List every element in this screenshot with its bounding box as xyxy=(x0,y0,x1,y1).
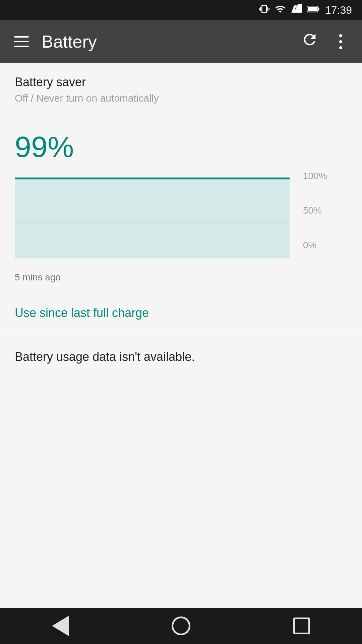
svg-marker-11 xyxy=(15,178,290,258)
hamburger-line-1 xyxy=(14,36,29,38)
svg-rect-3 xyxy=(296,7,298,12)
svg-rect-1 xyxy=(292,11,293,12)
dot-1 xyxy=(339,34,342,37)
svg-rect-7 xyxy=(308,7,317,11)
nav-home-button[interactable] xyxy=(164,609,198,643)
refresh-button[interactable] xyxy=(298,30,322,54)
battery-saver-title: Battery saver xyxy=(15,75,347,89)
chart-label-100: 100% xyxy=(303,171,327,181)
nav-recents-button[interactable] xyxy=(285,609,318,643)
back-icon xyxy=(52,616,69,636)
chart-label-0: 0% xyxy=(303,240,327,251)
menu-button[interactable] xyxy=(9,30,34,54)
use-since-link[interactable]: Use since last full charge xyxy=(15,306,347,320)
status-time: 17:39 xyxy=(325,4,352,16)
battery-percentage: 99% xyxy=(15,130,347,164)
nav-back-button[interactable] xyxy=(44,609,77,643)
svg-rect-4 xyxy=(299,5,300,12)
app-bar: Battery xyxy=(0,20,362,63)
dot-3 xyxy=(339,46,342,49)
more-options-button[interactable] xyxy=(328,30,353,54)
battery-chart-svg xyxy=(15,171,296,268)
battery-status-icon xyxy=(307,4,320,17)
vibrate-icon xyxy=(259,4,269,17)
status-bar: 17:39 xyxy=(0,0,362,20)
battery-saver-section[interactable]: Battery saver Off / Never turn on automa… xyxy=(0,63,362,116)
nav-bar xyxy=(0,608,362,644)
page-title: Battery xyxy=(42,32,298,52)
battery-saver-subtitle: Off / Never turn on automatically xyxy=(15,93,347,104)
svg-rect-2 xyxy=(294,9,295,13)
refresh-icon xyxy=(301,31,318,52)
content-area: Battery saver Off / Never turn on automa… xyxy=(0,63,362,644)
empty-space xyxy=(0,379,362,644)
battery-chart: 100% 50% 0% xyxy=(0,164,362,268)
home-icon xyxy=(172,616,190,635)
battery-usage-text: Battery usage data isn't available. xyxy=(15,350,347,364)
hamburger-line-2 xyxy=(14,41,29,42)
chart-label-50: 50% xyxy=(303,205,327,216)
time-label-section: 5 mins ago xyxy=(0,268,362,283)
signal-icon xyxy=(291,4,302,17)
recents-icon xyxy=(293,618,310,634)
svg-rect-6 xyxy=(318,7,319,10)
status-icons: 17:39 xyxy=(259,4,352,17)
hamburger-line-3 xyxy=(14,46,29,47)
time-ago-label: 5 mins ago xyxy=(15,272,61,282)
dot-2 xyxy=(339,40,342,43)
use-since-section[interactable]: Use since last full charge xyxy=(0,291,362,335)
battery-usage-section: Battery usage data isn't available. xyxy=(0,335,362,379)
chart-labels: 100% 50% 0% xyxy=(303,171,327,265)
wifi-icon xyxy=(275,4,286,17)
percentage-section: 99% xyxy=(0,116,362,164)
